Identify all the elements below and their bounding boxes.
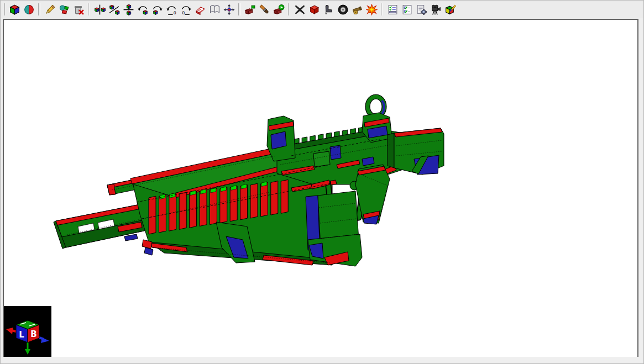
explosion-effect-icon <box>366 4 378 15</box>
toolbar-button-move-part[interactable] <box>222 2 236 17</box>
toolbar-button-connector-cross[interactable] <box>293 2 307 17</box>
front-sight-aperture <box>370 99 382 114</box>
toolbar-button-paint-brush[interactable] <box>258 2 271 17</box>
axis-z-arrowhead <box>41 337 49 343</box>
toolbar-separator <box>38 3 40 15</box>
multi-part-color-icon <box>59 4 70 15</box>
toolbar-groups: 00 <box>7 2 457 17</box>
receiver-blue-detail <box>330 145 341 160</box>
axis-x-arrowhead <box>6 328 13 334</box>
toolbar-button-rotate-ccw-zero[interactable]: 0 <box>165 2 179 17</box>
options-list-icon <box>387 4 399 15</box>
3d-viewport[interactable]: L B <box>3 19 638 358</box>
toolbar-button-wheel-part[interactable] <box>336 2 350 17</box>
main-toolbar: 00 <box>1 1 643 18</box>
toolbar-button-mirror-diagonal[interactable] <box>107 2 121 17</box>
move-part-icon <box>223 4 235 15</box>
mirror-book-icon <box>209 4 221 15</box>
rotate-ccw-zero-icon: 0 <box>166 4 177 15</box>
toolbar-button-multi-part-color[interactable] <box>57 2 71 17</box>
seat-part-icon <box>323 4 334 15</box>
mirror-vertical-icon <box>94 4 106 15</box>
orientation-cube[interactable]: L B <box>4 306 51 357</box>
toolbar-button-paint-cube[interactable] <box>443 2 457 17</box>
cube-left-label: L <box>19 330 24 340</box>
rotate-cw-zero-icon: 0 <box>180 4 192 15</box>
cannon-part-icon <box>352 4 363 15</box>
toolbar-button-rotate-ccw[interactable] <box>136 2 150 17</box>
status-bar <box>1 357 643 363</box>
toolbar-button-brick-insert[interactable] <box>243 2 257 17</box>
toolbar-button-seat-part[interactable] <box>322 2 336 17</box>
lego-blaster-model[interactable] <box>4 20 637 357</box>
application-window: 00 <box>0 0 644 364</box>
toolbar-button-delete-part[interactable] <box>72 2 86 17</box>
toolbar-button-camera-view[interactable] <box>429 2 443 17</box>
brick-generate-icon <box>273 4 285 15</box>
toolbar-button-edit-pencil[interactable] <box>43 2 57 17</box>
delete-part-icon <box>73 4 85 15</box>
settings-notes-icon <box>416 4 427 15</box>
svg-text:0: 0 <box>173 10 176 15</box>
toolbar-button-settings-notes[interactable] <box>415 2 428 17</box>
view-cube-icon <box>9 4 20 15</box>
toolbar-button-explosion-effect[interactable] <box>365 2 379 17</box>
eraser-icon <box>195 4 206 15</box>
toolbar-button-brick-generate[interactable] <box>272 2 286 17</box>
options-checkbox-icon <box>401 4 413 15</box>
mirror-diagonal-icon <box>108 4 120 15</box>
brick-insert-icon <box>244 4 256 15</box>
toolbar-button-options-list[interactable] <box>386 2 400 17</box>
rotate-ccw-icon <box>137 4 149 15</box>
toolbar-button-eraser[interactable] <box>193 2 207 17</box>
brick-part-icon <box>308 4 320 15</box>
paint-brush-icon <box>259 4 270 15</box>
toolbar-button-brick-part[interactable] <box>307 2 321 17</box>
handguard-front-blue <box>144 247 153 255</box>
render-shaded-icon <box>23 4 35 15</box>
toolbar-separator <box>238 3 240 15</box>
axis-y-arrowhead <box>25 349 30 355</box>
paint-cube-icon <box>444 4 456 15</box>
toolbar-grip[interactable] <box>3 3 5 15</box>
rotate-cw-icon <box>151 4 163 15</box>
rear-sight-blue <box>271 131 286 149</box>
toolbar-button-rotate-cw-zero[interactable]: 0 <box>179 2 193 17</box>
edit-pencil-icon <box>44 4 56 15</box>
orientation-indicator[interactable]: L B <box>4 306 51 357</box>
cube-right-label: B <box>30 329 36 339</box>
toolbar-button-options-checkbox[interactable] <box>400 2 414 17</box>
toolbar-button-cannon-part[interactable] <box>350 2 364 17</box>
connector-cross-icon <box>294 4 306 15</box>
toolbar-button-mirror-horizontal[interactable] <box>122 2 135 17</box>
barrel-blue-patch <box>124 234 138 241</box>
camera-view-icon <box>430 4 442 15</box>
toolbar-button-render-shaded[interactable] <box>22 2 36 17</box>
toolbar-separator <box>381 3 383 15</box>
receiver-panel <box>313 151 330 167</box>
toolbar-separator <box>88 3 90 15</box>
toolbar-button-mirror-book[interactable] <box>208 2 222 17</box>
toolbar-button-mirror-vertical[interactable] <box>93 2 107 17</box>
wheel-part-icon <box>337 4 349 15</box>
mirror-horizontal-icon <box>123 4 134 15</box>
toolbar-button-rotate-cw[interactable] <box>150 2 164 17</box>
svg-text:0: 0 <box>182 10 185 15</box>
stock-connector <box>388 133 394 168</box>
toolbar-separator <box>288 3 290 15</box>
toolbar-button-view-cube[interactable] <box>8 2 22 17</box>
